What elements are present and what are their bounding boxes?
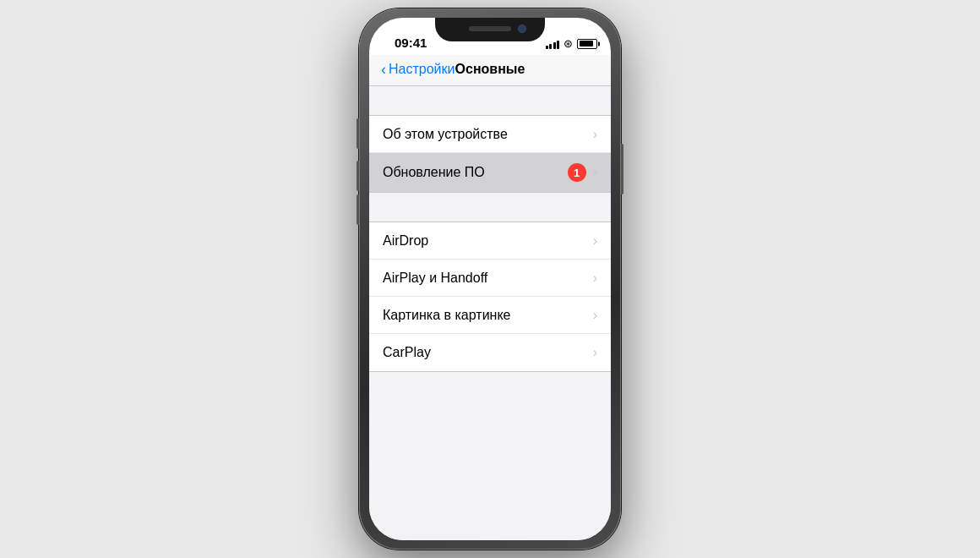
carplay-item[interactable]: CarPlay ›: [369, 334, 611, 371]
about-item[interactable]: Об этом устройстве ›: [369, 116, 611, 153]
chevron-right-icon-6: ›: [593, 345, 597, 360]
pip-label: Картинка в картинке: [383, 308, 593, 323]
carplay-right: ›: [593, 345, 597, 360]
pip-right: ›: [593, 308, 597, 323]
chevron-right-icon-2: ›: [593, 165, 597, 180]
pip-item[interactable]: Картинка в картинке ›: [369, 297, 611, 334]
chevron-right-icon-5: ›: [593, 308, 597, 323]
signal-bar-3: [553, 42, 556, 49]
phone-device: 09:41 ⊛ ‹ Настройки: [359, 8, 621, 550]
about-label: Об этом устройстве: [383, 127, 593, 142]
airplay-label: AirPlay и Handoff: [383, 271, 593, 286]
battery-fill: [580, 41, 593, 46]
settings-section-2: AirDrop › AirPlay и Handoff › Картинка в…: [369, 222, 611, 372]
back-button[interactable]: ‹ Настройки: [381, 62, 455, 77]
phone-screen: 09:41 ⊛ ‹ Настройки: [369, 18, 611, 540]
wifi-icon: ⊛: [564, 37, 573, 50]
chevron-right-icon-4: ›: [593, 271, 597, 286]
screen-content: ‹ Настройки Основные Об этом устройстве …: [369, 55, 611, 540]
software-update-label: Обновление ПО: [383, 165, 568, 180]
status-icons: ⊛: [546, 37, 598, 50]
camera: [518, 25, 526, 33]
software-update-item[interactable]: Обновление ПО 1 ›: [369, 153, 611, 192]
signal-bar-1: [546, 46, 548, 49]
airdrop-item[interactable]: AirDrop ›: [369, 222, 611, 260]
signal-bar-4: [557, 41, 559, 49]
update-badge: 1: [568, 163, 586, 182]
carplay-label: CarPlay: [383, 345, 593, 360]
nav-title: Основные: [455, 62, 525, 77]
back-label: Настройки: [389, 62, 455, 77]
chevron-right-icon-3: ›: [593, 233, 597, 249]
settings-section-1: Об этом устройстве › Обновление ПО 1 ›: [369, 115, 611, 193]
section-gap-top: [369, 86, 611, 115]
software-update-right: 1 ›: [568, 163, 597, 182]
about-right: ›: [593, 127, 597, 142]
airplay-right: ›: [593, 271, 597, 286]
nav-bar: ‹ Настройки Основные: [369, 55, 611, 86]
chevron-right-icon: ›: [593, 127, 597, 142]
airdrop-right: ›: [593, 233, 597, 249]
airdrop-label: AirDrop: [383, 233, 593, 249]
airplay-item[interactable]: AirPlay и Handoff ›: [369, 260, 611, 297]
battery-icon: [577, 39, 597, 49]
section-separator: [369, 193, 611, 222]
signal-bar-2: [549, 44, 552, 49]
signal-bars-icon: [546, 39, 560, 49]
phone-notch: [435, 18, 545, 41]
chevron-left-icon: ‹: [381, 62, 386, 77]
speaker: [469, 26, 511, 31]
